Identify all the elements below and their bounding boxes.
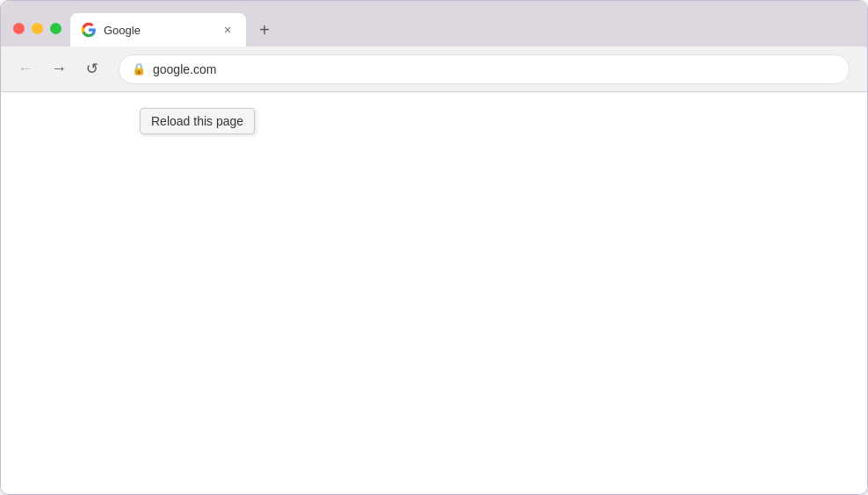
page-content: Reload this page <box>1 92 867 494</box>
tab-favicon <box>81 22 97 38</box>
tab-bar: Google × + <box>1 1 867 47</box>
back-icon: ← <box>18 60 33 78</box>
reload-button[interactable]: ↻ <box>78 55 106 83</box>
minimize-window-button[interactable] <box>32 23 43 34</box>
address-bar[interactable]: 🔒 google.com <box>119 54 850 84</box>
tab-close-button[interactable]: × <box>220 22 235 38</box>
tab-title: Google <box>104 24 213 37</box>
reload-tooltip: Reload this page <box>140 108 255 134</box>
window-controls <box>8 23 70 47</box>
active-tab[interactable]: Google × <box>70 13 246 47</box>
url-text: google.com <box>153 62 836 76</box>
maximize-window-button[interactable] <box>50 23 61 34</box>
browser-window: Google × + ← → ↻ 🔒 google.com Reload thi… <box>0 0 868 495</box>
new-tab-button[interactable]: + <box>250 15 279 45</box>
close-window-button[interactable] <box>13 23 25 34</box>
reload-icon: ↻ <box>86 60 98 78</box>
back-button[interactable]: ← <box>11 55 40 83</box>
forward-button[interactable]: → <box>45 55 73 83</box>
nav-bar: ← → ↻ 🔒 google.com <box>1 47 867 92</box>
forward-icon: → <box>51 60 67 78</box>
lock-icon: 🔒 <box>132 62 146 75</box>
